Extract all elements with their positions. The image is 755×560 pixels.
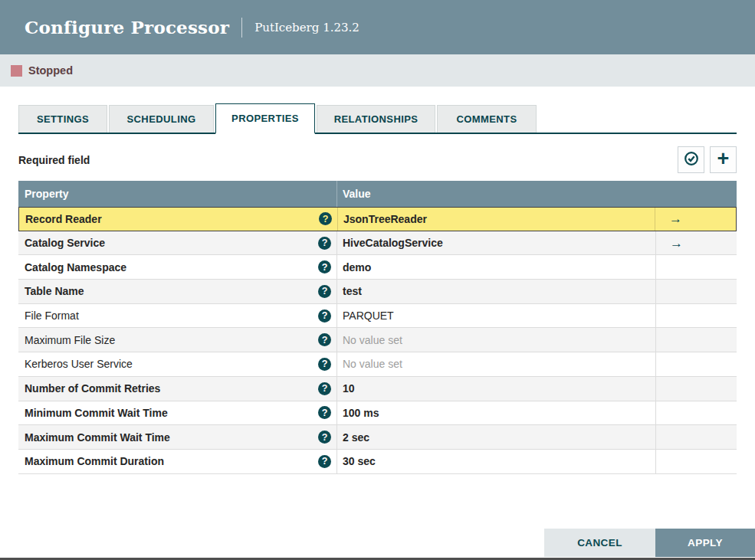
- property-value: demo: [343, 261, 371, 273]
- actions-cell: →: [656, 231, 737, 255]
- tab-scheduling[interactable]: SCHEDULING: [109, 105, 214, 133]
- value-cell[interactable]: 10: [337, 377, 656, 401]
- tab-label: SETTINGS: [37, 113, 89, 125]
- property-row-kerberos-user-service[interactable]: Kerberos User Service ? No value set: [18, 352, 737, 377]
- tab-properties[interactable]: PROPERTIES: [215, 103, 315, 134]
- property-cell: Table Name ?: [18, 280, 337, 303]
- status-bar: Stopped: [0, 54, 755, 87]
- actions-cell: [656, 450, 737, 473]
- property-value: 10: [343, 382, 355, 395]
- help-icon[interactable]: ?: [318, 260, 331, 273]
- help-icon[interactable]: ?: [318, 455, 331, 468]
- dialog-header: Configure Processor PutIceberg 1.23.2: [0, 0, 755, 54]
- tab-settings[interactable]: SETTINGS: [18, 105, 107, 133]
- property-name: Number of Commit Retries: [25, 382, 160, 395]
- property-row-catalog-namespace[interactable]: Catalog Namespace ? demo: [18, 255, 737, 280]
- property-row-table-name[interactable]: Table Name ? test: [18, 280, 737, 304]
- tab-bar: SETTINGS SCHEDULING PROPERTIES RELATIONS…: [18, 103, 737, 134]
- apply-button[interactable]: APPLY: [655, 529, 755, 557]
- go-to-service-icon[interactable]: →: [669, 212, 682, 225]
- property-cell: Record Reader ?: [19, 208, 338, 231]
- property-value: No value set: [343, 334, 402, 346]
- tab-relationships[interactable]: RELATIONSHIPS: [317, 105, 435, 133]
- value-cell[interactable]: JsonTreeReader: [338, 208, 655, 231]
- dialog-footer: CANCEL APPLY: [544, 529, 755, 557]
- property-cell: Maximum Commit Wait Time ?: [18, 425, 337, 449]
- tab-label: PROPERTIES: [231, 113, 299, 124]
- property-value: 30 sec: [343, 455, 376, 467]
- value-cell[interactable]: test: [337, 280, 656, 303]
- plus-icon: +: [717, 149, 730, 169]
- property-name: Maximum Commit Wait Time: [25, 431, 170, 444]
- add-property-button[interactable]: +: [710, 146, 737, 173]
- help-icon[interactable]: ?: [318, 431, 331, 444]
- tab-label: SCHEDULING: [127, 113, 196, 125]
- value-cell[interactable]: PARQUET: [337, 304, 656, 328]
- value-cell[interactable]: 100 ms: [337, 401, 656, 425]
- property-cell: Kerberos User Service ?: [18, 352, 337, 376]
- property-cell: Minimum Commit Wait Time ?: [18, 401, 337, 425]
- value-cell[interactable]: demo: [337, 255, 656, 279]
- help-icon[interactable]: ?: [318, 237, 331, 250]
- value-cell[interactable]: 2 sec: [337, 425, 656, 449]
- tab-label: COMMENTS: [456, 113, 517, 125]
- value-cell[interactable]: HiveCatalogService: [337, 231, 656, 255]
- properties-table: Property Value Record Reader ? JsonTreeR…: [18, 181, 737, 474]
- value-cell[interactable]: 30 sec: [337, 450, 656, 473]
- property-row-maximum-commit-wait-time[interactable]: Maximum Commit Wait Time ? 2 sec: [18, 425, 737, 450]
- dialog-body: SETTINGS SCHEDULING PROPERTIES RELATIONS…: [0, 87, 755, 474]
- property-row-record-reader[interactable]: Record Reader ? JsonTreeReader →: [18, 207, 737, 231]
- property-value: PARQUET: [343, 309, 394, 322]
- actions-cell: [656, 401, 737, 425]
- tab-comments[interactable]: COMMENTS: [437, 105, 537, 133]
- go-to-service-icon[interactable]: →: [670, 237, 683, 250]
- actions-cell: →: [655, 208, 736, 231]
- column-header-property: Property: [18, 181, 337, 207]
- property-cell: Catalog Service ?: [18, 231, 337, 255]
- property-name: Record Reader: [25, 213, 102, 225]
- cancel-button[interactable]: CANCEL: [544, 529, 655, 557]
- table-body: Record Reader ? JsonTreeReader → Catalog…: [18, 207, 737, 474]
- value-cell[interactable]: No value set: [337, 352, 656, 376]
- property-value: 2 sec: [343, 431, 369, 444]
- status-label: Stopped: [28, 64, 73, 77]
- property-name: Catalog Service: [25, 237, 105, 249]
- title-separator: [241, 18, 242, 38]
- property-row-minimum-commit-wait-time[interactable]: Minimum Commit Wait Time ? 100 ms: [18, 401, 737, 426]
- property-name: Maximum Commit Duration: [25, 455, 164, 467]
- help-icon[interactable]: ?: [318, 382, 331, 395]
- property-value: 100 ms: [343, 407, 379, 419]
- column-header-value: Value: [337, 188, 656, 200]
- stopped-status-icon: [11, 65, 22, 77]
- property-name: Table Name: [25, 285, 84, 297]
- property-cell: Maximum Commit Duration ?: [18, 450, 337, 473]
- property-name: Minimum Commit Wait Time: [25, 407, 168, 419]
- verify-properties-button[interactable]: [678, 146, 704, 173]
- property-row-number-of-commit-retries[interactable]: Number of Commit Retries ? 10: [18, 377, 737, 401]
- property-row-maximum-commit-duration[interactable]: Maximum Commit Duration ? 30 sec: [18, 450, 737, 474]
- property-name: Kerberos User Service: [25, 358, 133, 370]
- actions-cell: [656, 304, 737, 328]
- property-name: Maximum File Size: [25, 334, 115, 346]
- property-row-catalog-service[interactable]: Catalog Service ? HiveCatalogService →: [18, 231, 737, 256]
- check-circle-icon: [684, 151, 699, 169]
- actions-cell: [656, 255, 737, 279]
- help-icon[interactable]: ?: [318, 358, 331, 371]
- help-icon[interactable]: ?: [318, 333, 331, 346]
- value-cell[interactable]: No value set: [337, 328, 656, 352]
- actions-cell: [656, 377, 737, 401]
- property-cell: Number of Commit Retries ?: [18, 377, 337, 401]
- help-icon[interactable]: ?: [318, 309, 331, 323]
- property-value: HiveCatalogService: [343, 237, 443, 249]
- actions-cell: [656, 352, 737, 376]
- property-value: JsonTreeReader: [343, 213, 427, 225]
- help-icon[interactable]: ?: [318, 285, 331, 298]
- help-icon[interactable]: ?: [319, 212, 332, 225]
- property-value: No value set: [343, 358, 402, 370]
- property-row-file-format[interactable]: File Format ? PARQUET: [18, 304, 737, 329]
- property-cell: Maximum File Size ?: [18, 328, 337, 352]
- help-icon[interactable]: ?: [318, 406, 331, 419]
- property-row-maximum-file-size[interactable]: Maximum File Size ? No value set: [18, 328, 737, 352]
- property-value: test: [343, 285, 362, 297]
- actions-cell: [656, 328, 737, 352]
